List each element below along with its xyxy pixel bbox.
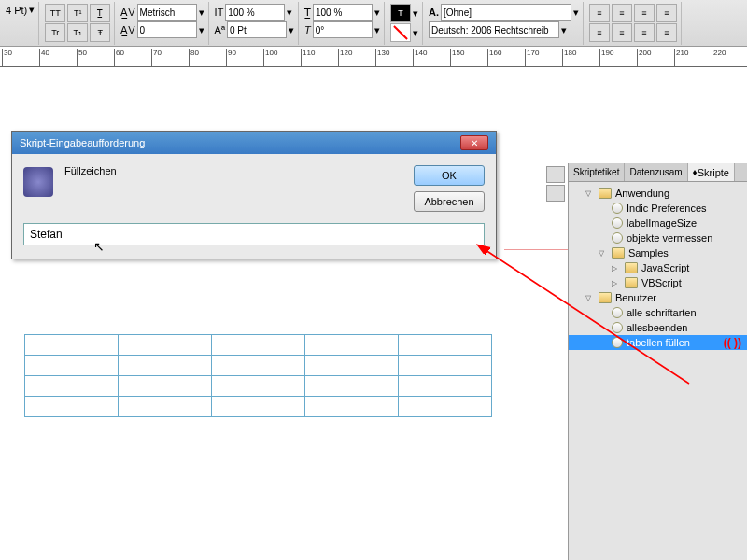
tree-allesbeenden[interactable]: allesbeenden xyxy=(569,320,747,335)
ruler-tick: 50 xyxy=(77,49,87,66)
justify-left-btn[interactable]: ≡ xyxy=(589,23,610,42)
t1-btn[interactable]: T¹ xyxy=(67,4,88,22)
ruler-tick: 120 xyxy=(338,49,352,66)
tree-vbscript[interactable]: ▷VBScript xyxy=(569,275,747,290)
ruler-tick: 140 xyxy=(413,49,427,66)
kerning-select[interactable] xyxy=(137,4,197,21)
av-icon: A̲V xyxy=(120,7,134,19)
document-table[interactable] xyxy=(24,334,492,417)
ruler-tick: 150 xyxy=(450,49,464,66)
justify-all-btn[interactable]: ≡ xyxy=(656,23,677,42)
horizontal-ruler: 3040506070809010011012013014015016017018… xyxy=(0,49,747,67)
ruler-tick: 30 xyxy=(2,49,12,66)
tr-btn[interactable]: Tr xyxy=(45,23,65,42)
close-button[interactable]: ✕ xyxy=(460,135,488,150)
tree-labelimg[interactable]: labelImageSize xyxy=(569,216,747,231)
ruler-tick: 190 xyxy=(599,49,613,66)
scripts-tree: ▽Anwendung Indic Preferences labelImageS… xyxy=(569,182,747,354)
tree-alleschrift[interactable]: alle schriftarten xyxy=(569,305,747,320)
ruler-tick: 130 xyxy=(375,49,389,66)
justify-center-btn[interactable]: ≡ xyxy=(612,23,632,42)
t-hscale-icon: T̲ xyxy=(304,7,311,19)
justify-btn[interactable]: ≡ xyxy=(656,4,677,22)
table-row xyxy=(25,397,492,417)
ruler-tick: 110 xyxy=(301,49,315,66)
justify-right-btn[interactable]: ≡ xyxy=(634,23,655,42)
vscale-select[interactable] xyxy=(225,4,285,21)
cancel-button[interactable]: Abbrechen xyxy=(414,191,485,212)
table-row xyxy=(25,335,492,356)
align-center-btn[interactable]: ≡ xyxy=(612,4,632,22)
panel-btn-1[interactable] xyxy=(546,166,565,183)
ruler-tick: 40 xyxy=(39,49,49,66)
under-t-btn[interactable]: T̲ xyxy=(90,4,110,22)
panel-btn-2[interactable] xyxy=(546,185,565,202)
aa-icon: Aª xyxy=(215,24,225,35)
ruler-tick: 210 xyxy=(674,49,688,66)
skew-icon: T xyxy=(304,24,311,35)
ruler-tick: 200 xyxy=(637,49,651,66)
tab-scripts[interactable]: ♦ Skripte xyxy=(688,163,735,181)
tab-datamerge[interactable]: Datenzusam xyxy=(625,163,687,181)
pt-label: 4 Pt) xyxy=(6,5,27,16)
ruler-tick: 170 xyxy=(525,49,539,66)
ruler-tick: 80 xyxy=(189,49,199,66)
t-stroke-btn[interactable] xyxy=(390,23,411,42)
t-fill-btn[interactable]: T xyxy=(390,4,411,22)
ruler-tick: 220 xyxy=(712,49,726,66)
script-icon xyxy=(23,167,53,197)
ok-button[interactable]: OK xyxy=(414,165,485,186)
script-prompt-dialog: Skript-Eingabeaufforderung ✕ Füllzeichen… xyxy=(11,131,497,259)
table-row xyxy=(25,376,492,397)
align-left-btn[interactable]: ≡ xyxy=(589,4,610,22)
char-style-icon: A. xyxy=(429,7,439,18)
tree-benutzer[interactable]: ▽Benutzer xyxy=(569,290,747,305)
tree-samples[interactable]: ▽Samples xyxy=(569,245,747,260)
tree-javascript[interactable]: ▷JavaScript xyxy=(569,260,747,275)
align-right-btn[interactable]: ≡ xyxy=(634,4,655,22)
tree-indic[interactable]: Indic Preferences xyxy=(569,201,747,216)
panel-tabs: Skriptetiket Datenzusam ♦ Skripte xyxy=(569,163,747,182)
tree-anwendung[interactable]: ▽Anwendung xyxy=(569,186,747,201)
ruler-tick: 160 xyxy=(487,49,501,66)
tree-objekte[interactable]: objekte vermessen xyxy=(569,231,747,245)
ruler-tick: 60 xyxy=(114,49,124,66)
tree-tabellen-fuellen[interactable]: tabellen füllen(( )) xyxy=(569,335,747,350)
charstyle-select[interactable] xyxy=(441,4,571,21)
dialog-titlebar[interactable]: Skript-Eingabeaufforderung ✕ xyxy=(12,132,496,154)
highlight-ring-icon: (( )) xyxy=(724,336,741,349)
ruler-tick: 180 xyxy=(562,49,576,66)
hscale-select[interactable] xyxy=(313,4,373,21)
av2-icon: A̲V xyxy=(120,24,134,36)
table-row xyxy=(25,356,492,376)
baseline-select[interactable] xyxy=(227,21,287,38)
t-sub-btn[interactable]: T₁ xyxy=(67,23,88,42)
scripts-panel: Skriptetiket Datenzusam ♦ Skripte ▽Anwen… xyxy=(568,163,747,560)
tab-scriptlabel[interactable]: Skriptetiket xyxy=(569,163,625,181)
dialog-title-text: Skript-Eingabeaufforderung xyxy=(20,137,145,148)
top-toolbar: 4 Pt)▾ TT T¹ T̲ Tr T₁ Ŧ A̲V▾ A̲V▾ IT▾ Aª… xyxy=(0,0,747,47)
tt-btn[interactable]: TT xyxy=(45,4,65,22)
ruler-tick: 70 xyxy=(151,49,162,66)
ruler-tick: 90 xyxy=(226,49,236,66)
dialog-prompt-label: Füllzeichen xyxy=(64,165,402,176)
cursor-icon: ↖ xyxy=(93,239,105,254)
lang-select[interactable] xyxy=(429,21,559,38)
tracking-select[interactable] xyxy=(137,21,197,38)
panel-collapse-buttons xyxy=(546,166,565,202)
skew-select[interactable] xyxy=(313,21,373,38)
it-icon: IT xyxy=(215,7,224,18)
ruler-tick: 100 xyxy=(263,49,277,66)
strike-t-btn[interactable]: Ŧ xyxy=(90,23,110,42)
